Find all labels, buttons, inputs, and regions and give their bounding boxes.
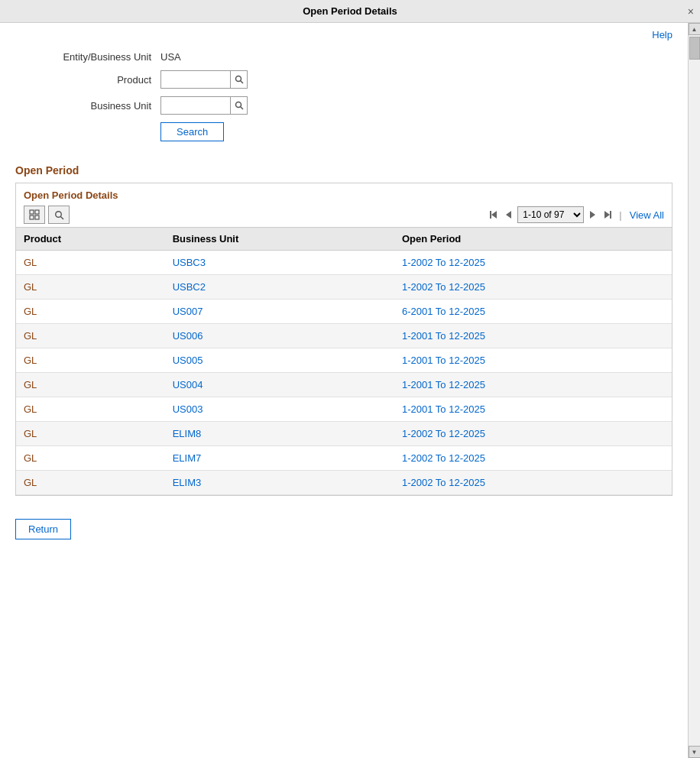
svg-rect-4: [30, 210, 34, 214]
title-bar: Open Period Details ×: [0, 0, 700, 23]
svg-line-1: [240, 81, 243, 84]
svg-line-3: [240, 107, 243, 110]
cell-business-unit: US007: [165, 300, 394, 324]
search-btn-row: Search: [31, 122, 657, 141]
scroll-up-button[interactable]: ▲: [689, 23, 701, 35]
help-link[interactable]: Help: [652, 29, 672, 40]
product-link[interactable]: GL: [24, 281, 37, 293]
grid-icon: [29, 209, 40, 220]
business-unit-link[interactable]: ELIM3: [173, 477, 202, 488]
product-row: Product: [31, 70, 657, 89]
product-link[interactable]: GL: [24, 306, 37, 317]
cell-business-unit: US003: [165, 397, 394, 422]
open-period-link[interactable]: 1-2001 To 12-2025: [402, 330, 485, 342]
product-link[interactable]: GL: [24, 379, 37, 390]
product-link[interactable]: GL: [24, 452, 37, 464]
business-unit-link[interactable]: US006: [173, 330, 203, 342]
business-unit-search-icon-btn[interactable]: [230, 97, 247, 114]
open-period-link[interactable]: 1-2002 To 12-2025: [402, 477, 485, 488]
col-header-product: Product: [16, 228, 165, 251]
first-page-button[interactable]: [487, 209, 500, 220]
footer-area: Return: [0, 511, 688, 547]
open-period-link[interactable]: 1-2001 To 12-2025: [402, 355, 485, 366]
table-row: GL US005 1-2001 To 12-2025: [16, 348, 672, 373]
business-unit-link[interactable]: ELIM7: [173, 452, 202, 464]
product-link[interactable]: GL: [24, 257, 37, 268]
cell-open-period: 1-2002 To 12-2025: [394, 422, 672, 446]
scrollbar[interactable]: ▲ ▼: [688, 23, 700, 758]
table-header-row: Product Business Unit Open Period: [16, 228, 672, 251]
cell-open-period: 1-2002 To 12-2025: [394, 471, 672, 495]
scroll-thumb[interactable]: [689, 37, 700, 60]
grid-view-button[interactable]: [24, 206, 45, 224]
cell-open-period: 6-2001 To 12-2025: [394, 300, 672, 324]
search-button[interactable]: Search: [160, 122, 224, 141]
scroll-down-button[interactable]: ▼: [689, 746, 701, 758]
cell-product: GL: [16, 422, 165, 446]
last-page-button[interactable]: [601, 209, 614, 220]
next-page-button[interactable]: [587, 209, 598, 220]
prev-page-button[interactable]: [503, 209, 514, 220]
svg-point-2: [235, 102, 241, 108]
cell-open-period: 1-2002 To 12-2025: [394, 446, 672, 471]
open-period-link[interactable]: 1-2002 To 12-2025: [402, 452, 485, 464]
cell-open-period: 1-2001 To 12-2025: [394, 373, 672, 397]
open-period-link[interactable]: 6-2001 To 12-2025: [402, 306, 485, 317]
table-container: Open Period Details: [15, 183, 672, 496]
svg-rect-7: [35, 215, 39, 219]
table-row: GL ELIM8 1-2002 To 12-2025: [16, 422, 672, 446]
window-title: Open Period Details: [303, 5, 397, 17]
pagination-separator: |: [619, 209, 621, 221]
table-title: Open Period Details: [24, 190, 664, 201]
business-unit-link[interactable]: US005: [173, 355, 203, 366]
cell-business-unit: US004: [165, 373, 394, 397]
svg-rect-5: [35, 210, 39, 214]
search-icon-2: [235, 101, 244, 110]
business-unit-link[interactable]: US004: [173, 379, 203, 390]
cell-business-unit: USBC2: [165, 275, 394, 300]
product-input[interactable]: [161, 71, 230, 88]
product-link[interactable]: GL: [24, 330, 37, 342]
business-unit-link[interactable]: USBC3: [173, 257, 206, 268]
cell-open-period: 1-2002 To 12-2025: [394, 275, 672, 300]
open-period-link[interactable]: 1-2002 To 12-2025: [402, 428, 485, 439]
product-link[interactable]: GL: [24, 355, 37, 366]
business-unit-link[interactable]: USBC2: [173, 281, 206, 293]
open-period-link[interactable]: 1-2001 To 12-2025: [402, 379, 485, 390]
pagination: 1-10 of 97 11-20 of 97 21-30 of 97 |: [487, 206, 664, 223]
business-unit-input[interactable]: [161, 97, 230, 114]
help-bar: Help: [0, 23, 688, 44]
cell-product: GL: [16, 251, 165, 275]
product-link[interactable]: GL: [24, 403, 37, 415]
open-period-link[interactable]: 1-2002 To 12-2025: [402, 281, 485, 293]
business-unit-link[interactable]: US007: [173, 306, 203, 317]
return-button[interactable]: Return: [15, 519, 71, 539]
business-unit-link[interactable]: ELIM8: [173, 428, 202, 439]
product-link[interactable]: GL: [24, 428, 37, 439]
search-icon: [235, 75, 244, 84]
entity-row: Entity/Business Unit USA: [31, 51, 657, 63]
cell-product: GL: [16, 397, 165, 422]
page-select[interactable]: 1-10 of 97 11-20 of 97 21-30 of 97: [517, 206, 584, 223]
content-area: Help Entity/Business Unit USA Product: [0, 23, 688, 758]
cell-product: GL: [16, 471, 165, 495]
close-button[interactable]: ×: [688, 6, 694, 17]
cell-product: GL: [16, 300, 165, 324]
open-period-link[interactable]: 1-2002 To 12-2025: [402, 257, 485, 268]
product-link[interactable]: GL: [24, 477, 37, 488]
cell-business-unit: ELIM7: [165, 446, 394, 471]
cell-open-period: 1-2001 To 12-2025: [394, 348, 672, 373]
cell-business-unit: USBC3: [165, 251, 394, 275]
table-search-button[interactable]: [48, 206, 70, 224]
table-row: GL USBC2 1-2002 To 12-2025: [16, 275, 672, 300]
product-search-icon-btn[interactable]: [230, 71, 247, 88]
open-period-link[interactable]: 1-2001 To 12-2025: [402, 403, 485, 415]
table-header-bar: Open Period Details: [16, 183, 672, 228]
cell-business-unit: ELIM8: [165, 422, 394, 446]
view-all-link[interactable]: View All: [630, 209, 664, 221]
svg-point-8: [55, 211, 61, 217]
business-unit-link[interactable]: US003: [173, 403, 203, 415]
svg-line-9: [60, 216, 63, 219]
table-row: GL ELIM3 1-2002 To 12-2025: [16, 471, 672, 495]
table-row: GL US007 6-2001 To 12-2025: [16, 300, 672, 324]
